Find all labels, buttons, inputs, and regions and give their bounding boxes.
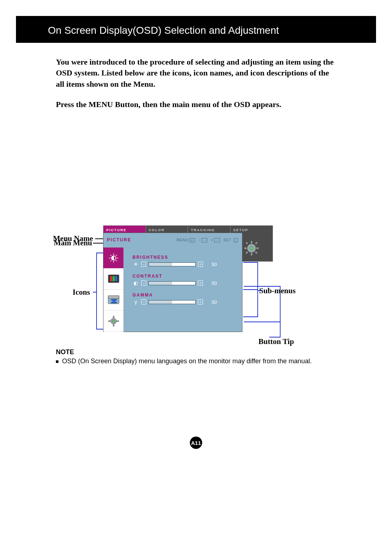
svg-rect-25 <box>255 242 257 245</box>
osd-sidebar <box>103 247 124 332</box>
value: 50 <box>212 281 222 286</box>
brightness-icon: ☀ <box>132 261 139 267</box>
value: 50 <box>212 262 222 267</box>
down-arrow-icon: ↓ <box>234 238 238 242</box>
left-arrow-icon: ← <box>201 238 207 242</box>
plus-icon[interactable]: + <box>198 262 203 267</box>
value: 50 <box>212 299 222 305</box>
osd-panel-header: PICTURE MENU↩ −← +→ SET ↓ <box>103 233 242 247</box>
sidebar-icon-color[interactable] <box>103 269 123 290</box>
svg-rect-23 <box>245 242 248 245</box>
page-title-bar: On Screen Display(OSD) Selection and Adj… <box>16 16 376 43</box>
gear-icon <box>244 240 260 256</box>
note-title: NOTE <box>56 348 359 356</box>
minus-icon[interactable]: − <box>141 299 146 304</box>
osd-submenu-list: BRIGHTNESS ☀ − + 50 CONTRAST ◐ <box>124 247 242 332</box>
note-section: NOTE OSD (On Screen Display) menu langua… <box>56 348 359 365</box>
svg-rect-24 <box>255 251 257 254</box>
intro-paragraph: You were introduced to the procedure of … <box>56 57 338 90</box>
svg-rect-26 <box>245 251 248 254</box>
svg-rect-22 <box>256 247 259 249</box>
sidebar-icon-setup[interactable] <box>103 311 123 332</box>
svg-line-35 <box>116 255 117 256</box>
plus-icon[interactable]: + <box>198 281 203 286</box>
label-menu-name: Menu Name <box>53 234 93 243</box>
svg-rect-41 <box>108 296 119 298</box>
svg-line-32 <box>110 255 111 256</box>
svg-rect-38 <box>113 276 115 281</box>
leader-line <box>243 262 265 324</box>
svg-rect-48 <box>113 324 114 326</box>
right-arrow-icon: → <box>214 238 220 242</box>
svg-rect-21 <box>244 247 247 249</box>
svg-line-34 <box>110 260 111 261</box>
control-gamma[interactable]: GAMMA γ − + 50 <box>132 292 236 305</box>
contrast-icon: ◐ <box>132 280 139 286</box>
return-icon: ↩ <box>189 238 195 242</box>
slider[interactable] <box>148 262 196 266</box>
svg-point-18 <box>250 246 253 250</box>
page-title: On Screen Display(OSD) Selection and Adj… <box>48 25 279 36</box>
minus-icon[interactable]: − <box>141 281 146 286</box>
osd-menu-name: PICTURE <box>107 237 131 242</box>
svg-point-46 <box>112 320 115 322</box>
minus-icon[interactable]: − <box>141 262 146 267</box>
svg-rect-19 <box>251 241 252 244</box>
sidebar-icon-picture[interactable] <box>103 247 123 269</box>
instruction-paragraph: Press the MENU Button, then the main men… <box>56 100 338 109</box>
svg-rect-47 <box>113 316 114 318</box>
svg-rect-37 <box>110 276 112 281</box>
svg-rect-50 <box>117 320 119 322</box>
osd-header-actions: MENU↩ −← +→ SET ↓ <box>177 238 238 242</box>
page-number: A11 <box>190 437 202 449</box>
note-body: OSD (On Screen Display) menu languages o… <box>56 357 359 365</box>
slider[interactable] <box>148 300 196 304</box>
leader-line <box>93 243 103 244</box>
sidebar-icon-tracking[interactable] <box>103 290 123 311</box>
osd-panel: PICTURE MENU↩ −← +→ SET ↓ <box>103 233 242 332</box>
slider[interactable] <box>148 281 196 285</box>
svg-rect-39 <box>115 276 117 281</box>
svg-rect-49 <box>109 320 110 322</box>
label-icons: Icons <box>73 288 90 297</box>
plus-icon[interactable]: + <box>198 299 203 304</box>
svg-line-33 <box>116 260 117 261</box>
control-contrast[interactable]: CONTRAST ◐ − + 50 <box>132 274 236 286</box>
control-brightness[interactable]: BRIGHTNESS ☀ − + 50 <box>132 255 236 267</box>
svg-rect-20 <box>251 253 252 255</box>
gamma-icon: γ <box>132 299 139 305</box>
